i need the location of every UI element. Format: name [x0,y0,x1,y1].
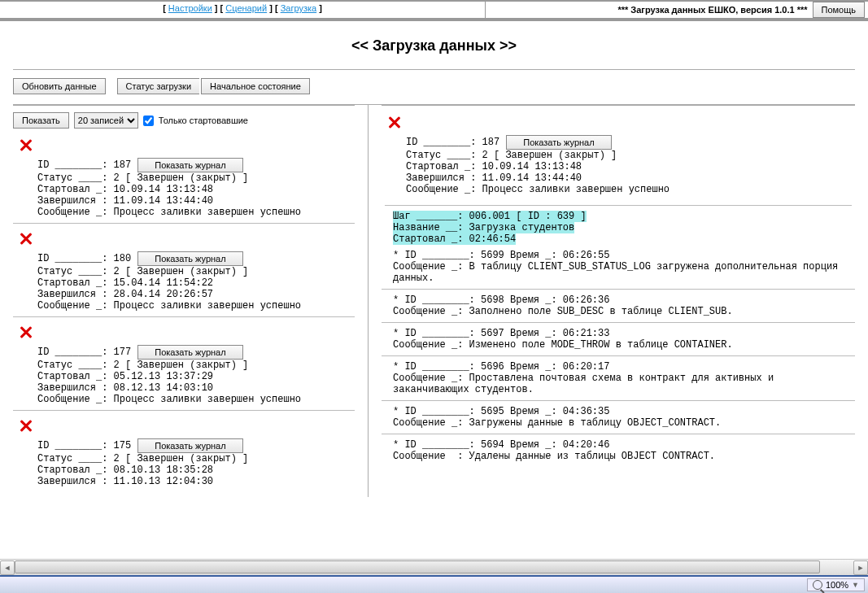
log-entry: * ID ________: 5694 Время _: 04:20:46 Со… [382,434,855,467]
log-entry: * ID ________: 5695 Время _: 04:36:35 Со… [382,401,855,434]
run-block: ID ________: 180Показать журналСтатус __… [13,250,355,317]
show-journal-button[interactable]: Показать журнал [137,158,242,172]
close-icon[interactable] [18,230,34,246]
show-journal-button[interactable]: Показать журнал [137,251,242,266]
only-started-label: Только стартовавшие [159,116,248,125]
close-icon[interactable] [18,324,34,340]
refresh-button[interactable]: Обновить данные [13,78,106,94]
app-title: *** Загрузка данных ЕШКО, версия 1.0.1 *… [617,5,807,15]
zoom-control[interactable]: 100% ▼ [807,578,865,591]
nav-scenario[interactable]: Сценарий [225,3,267,13]
topbar: [ Настройки ] [ Сценарий ] [ Загрузка ] … [0,0,868,21]
log-entry: * ID ________: 5696 Время _: 06:20:17 Со… [382,356,855,401]
scroll-left-icon[interactable]: ◄ [0,560,15,575]
nav-load[interactable]: Загрузка [281,3,316,13]
log-entry: * ID ________: 5697 Время _: 06:21:33 Со… [382,323,855,356]
nav-settings[interactable]: Настройки [168,3,212,13]
left-column: Показать 20 записей Только стартовавшие … [13,105,355,497]
statusbar: 100% ▼ [0,575,868,593]
run-block: ID ________: 177Показать журналСтатус __… [13,343,355,411]
only-started-checkbox[interactable] [143,116,154,126]
close-icon[interactable] [386,114,403,130]
page-title: << Загрузка данных >> [0,21,868,69]
log-entry: * ID ________: 5698 Время _: 06:26:36 Со… [382,290,855,323]
log-entry: * ID ________: 5699 Время _: 06:26:55 Со… [382,245,855,290]
zoom-value: 100% [826,580,848,590]
show-button[interactable]: Показать [13,112,69,129]
close-icon[interactable] [18,417,34,434]
topbar-right: *** Загрузка данных ЕШКО, версия 1.0.1 *… [486,0,868,20]
tab-status[interactable]: Статус загрузки [117,78,200,94]
show-journal-button[interactable]: Показать журнал [137,438,242,453]
tabs: Обновить данные Статус загрузки Начально… [0,70,868,104]
tab-initial[interactable]: Начальное состояние [201,78,310,94]
run-block: ID ________: 175Показать журналСтатус __… [13,437,355,492]
step-header: Шаг _______: 006.001 [ ID : 639 ] Назван… [382,211,855,245]
horizontal-scrollbar[interactable]: ◄ ► [0,559,868,575]
help-button[interactable]: Помощь [813,2,866,18]
show-journal-button[interactable]: Показать журнал [137,345,242,360]
scroll-right-icon[interactable]: ► [853,560,868,575]
run-block: ID ________: 187Показать журналСтатус __… [13,156,355,224]
zoom-icon [813,580,822,590]
topbar-left: [ Настройки ] [ Сценарий ] [ Загрузка ] [0,0,486,20]
right-column: ID ________: 187Показать журналСтатус __… [382,105,855,497]
close-icon[interactable] [18,137,34,153]
records-select[interactable]: 20 записей [74,112,138,129]
show-journal-button[interactable]: Показать журнал [506,135,611,150]
